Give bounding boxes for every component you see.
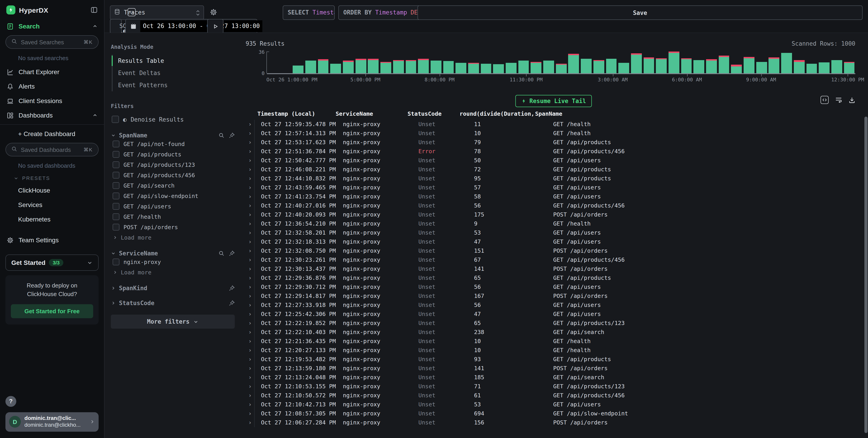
select-clause-input[interactable]: SELECT Timestamp,ServiceName,StatusCode,…	[283, 5, 335, 20]
checkbox[interactable]	[113, 172, 119, 178]
histogram-bar[interactable]	[542, 52, 555, 73]
date-range-picker[interactable]: Oct 26 13:00:00 - Oct 27 13:00:00	[125, 19, 257, 33]
histogram-bar[interactable]	[668, 52, 680, 73]
table-row[interactable]: ›Oct 27 12:30:23.261 PMnginx-proxyUnset6…	[246, 256, 862, 264]
filter-item[interactable]: POST /api/orders	[111, 222, 235, 232]
histogram-bar[interactable]	[793, 52, 805, 73]
expand-row-icon[interactable]: ›	[246, 174, 255, 183]
expand-row-icon[interactable]: ›	[246, 256, 255, 264]
expand-row-icon[interactable]: ›	[246, 264, 255, 273]
histogram-bar[interactable]	[392, 52, 405, 73]
save-button[interactable]: Save	[417, 5, 863, 20]
sidebar-item-chart-explorer[interactable]: Chart Explorer	[0, 65, 104, 79]
table-row[interactable]: ›Oct 27 12:36:54.210 PMnginx-proxyUnset9…	[246, 219, 862, 228]
preset-kubernetes[interactable]: Kubernetes	[0, 212, 104, 227]
histogram-bar[interactable]	[304, 52, 317, 73]
expand-row-icon[interactable]: ›	[246, 310, 255, 319]
sidebar-item-dashboards[interactable]: Dashboards	[0, 108, 104, 123]
checkbox[interactable]	[112, 116, 119, 123]
events-histogram[interactable]: 36 0 Oct 26 1:00:00 PM5:00:00 PM8:00:00 …	[246, 52, 862, 83]
checkbox[interactable]	[113, 203, 119, 210]
download-button[interactable]	[848, 97, 855, 103]
expand-row-icon[interactable]: ›	[246, 165, 255, 174]
sidebar-item-client-sessions[interactable]: Client Sessions	[0, 94, 104, 108]
histogram-bar[interactable]	[580, 52, 592, 73]
expand-row-icon[interactable]: ›	[246, 228, 255, 237]
histogram-bar[interactable]	[705, 52, 718, 73]
table-row[interactable]: ›Oct 27 12:29:14.817 PMnginx-proxyUnset1…	[246, 292, 862, 301]
load-more-button[interactable]: Load more	[111, 232, 235, 242]
histogram-bar[interactable]	[618, 52, 630, 73]
histogram-bar[interactable]	[317, 52, 330, 73]
filter-item[interactable]: GET /api/products/123	[111, 160, 235, 170]
table-row[interactable]: ›Oct 27 12:13:59.180 PMnginx-proxyUnset1…	[246, 364, 862, 373]
histogram-bar[interactable]	[442, 52, 455, 73]
expand-row-icon[interactable]: ›	[246, 400, 255, 409]
table-row[interactable]: ›Oct 27 12:10:53.155 PMnginx-proxyUnset7…	[246, 382, 862, 391]
saved-searches-input[interactable]: Saved Searches ⌘K	[5, 35, 99, 49]
col-statuscode[interactable]: StatusCode	[407, 110, 460, 117]
expand-row-icon[interactable]: ›	[246, 156, 255, 165]
col-spanname[interactable]: SpanName	[535, 110, 862, 117]
help-button[interactable]: ?	[5, 396, 16, 407]
filter-item[interactable]: GET /api/not-found	[111, 139, 235, 149]
table-row[interactable]: ›Oct 27 12:06:27.284 PMnginx-proxyUnset1…	[246, 418, 862, 427]
histogram-bar[interactable]	[379, 52, 392, 73]
source-settings-button[interactable]	[207, 5, 220, 19]
filter-item[interactable]: GET /api/search	[111, 180, 235, 191]
histogram-bar[interactable]	[831, 52, 843, 73]
load-more-button[interactable]: Load more	[111, 267, 235, 277]
table-row[interactable]: ›Oct 27 12:59:35.478 PMnginx-proxyUnset1…	[246, 120, 862, 129]
histogram-bar[interactable]	[693, 52, 705, 73]
mode-event-deltas[interactable]: Event Deltas	[113, 67, 235, 79]
table-row[interactable]: ›Oct 27 12:32:08.750 PMnginx-proxyUnset1…	[246, 246, 862, 256]
histogram-bar[interactable]	[430, 52, 442, 73]
expand-row-icon[interactable]: ›	[246, 129, 255, 138]
sidebar-item-search[interactable]: Search	[0, 19, 104, 33]
histogram-bar[interactable]	[743, 52, 755, 73]
histogram-bar[interactable]	[367, 52, 379, 73]
table-row[interactable]: ›Oct 27 12:41:23.754 PMnginx-proxyUnset5…	[246, 192, 862, 201]
expand-row-icon[interactable]: ›	[246, 391, 255, 400]
vertical-scrollbar[interactable]	[864, 113, 868, 438]
filter-group-spanname[interactable]: SpanName	[111, 132, 235, 139]
expand-row-icon[interactable]: ›	[246, 246, 255, 256]
histogram-bar[interactable]	[467, 52, 480, 73]
pin-icon[interactable]	[229, 250, 235, 256]
table-row[interactable]: ›Oct 27 12:27:33.918 PMnginx-proxyUnset5…	[246, 301, 862, 310]
presets-toggle[interactable]: PRESETS	[0, 172, 104, 183]
histogram-bar[interactable]	[755, 52, 768, 73]
run-query-button[interactable]	[207, 19, 223, 33]
histogram-bar[interactable]	[555, 52, 567, 73]
source-select[interactable]: Traces	[110, 5, 204, 20]
expand-row-icon[interactable]: ›	[246, 301, 255, 310]
checkbox[interactable]	[113, 151, 119, 158]
histogram-bar[interactable]	[330, 52, 342, 73]
histogram-bar[interactable]	[718, 52, 730, 73]
code-mode-button[interactable]	[125, 5, 138, 19]
histogram-bar[interactable]	[605, 52, 617, 73]
scrollbar-thumb[interactable]	[864, 116, 868, 433]
table-row[interactable]: ›Oct 27 12:46:08.221 PMnginx-proxyUnset7…	[246, 165, 862, 174]
filter-group-spankind[interactable]: SpanKind	[111, 285, 235, 292]
histogram-bar[interactable]	[518, 52, 530, 73]
sidebar-item-alerts[interactable]: Alerts	[0, 79, 104, 94]
table-row[interactable]: ›Oct 27 12:29:36.876 PMnginx-proxyUnset6…	[246, 273, 862, 282]
expand-row-icon[interactable]: ›	[246, 292, 255, 301]
user-menu[interactable]: D dominic.tran@clic... dominic.tran@clic…	[5, 412, 99, 432]
expand-row-icon[interactable]: ›	[246, 382, 255, 391]
event-json-view-button[interactable]	[820, 96, 829, 104]
expand-row-icon[interactable]: ›	[246, 201, 255, 210]
table-row[interactable]: ›Oct 27 12:57:14.313 PMnginx-proxyUnset1…	[246, 129, 862, 138]
preset-services[interactable]: Services	[0, 198, 104, 212]
filter-group-statuscode[interactable]: StatusCode	[111, 300, 235, 306]
table-row[interactable]: ›Oct 27 12:21:36.435 PMnginx-proxyUnset1…	[246, 337, 862, 346]
more-filters-button[interactable]: More filters	[111, 314, 235, 329]
checkbox[interactable]	[113, 224, 119, 231]
histogram-bar[interactable]	[730, 52, 743, 73]
histogram-bar[interactable]	[818, 52, 831, 73]
lucene-search-input[interactable]: Search your events w/ Lucene ex. column:…	[110, 19, 122, 33]
histogram-bar[interactable]	[843, 52, 855, 73]
expand-row-icon[interactable]: ›	[246, 373, 255, 382]
table-row[interactable]: ›Oct 27 12:51:36.784 PMnginx-proxyError7…	[246, 147, 862, 156]
